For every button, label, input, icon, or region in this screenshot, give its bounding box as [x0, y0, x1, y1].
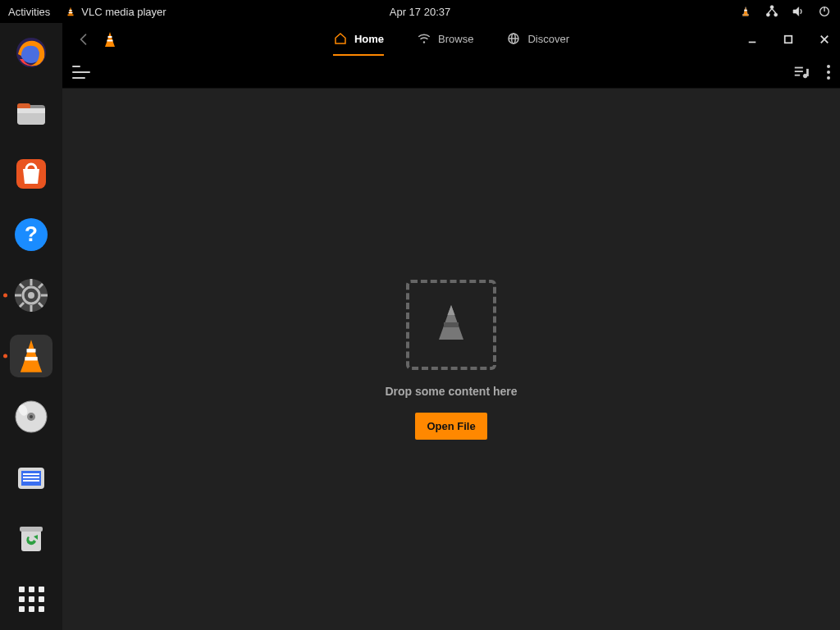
svg-marker-12: [793, 7, 799, 16]
svg-rect-6: [744, 10, 747, 11]
window-toolbar: [62, 56, 840, 89]
svg-point-34: [28, 292, 34, 299]
running-indicator-icon: [3, 294, 7, 298]
svg-rect-55: [107, 40, 113, 42]
home-icon: [333, 31, 348, 46]
svg-rect-61: [785, 36, 792, 43]
apps-grid-icon: [19, 587, 44, 612]
open-file-button[interactable]: Open File: [415, 413, 486, 440]
svg-rect-68: [806, 69, 808, 75]
svg-rect-38: [25, 357, 37, 360]
dock-software[interactable]: [10, 153, 52, 195]
tab-home[interactable]: Home: [333, 23, 384, 56]
svg-marker-70: [448, 305, 455, 315]
svg-rect-3: [69, 12, 73, 13]
svg-point-56: [423, 41, 425, 43]
dock-vlc[interactable]: [10, 335, 52, 377]
svg-marker-36: [21, 365, 42, 372]
vlc-cone-icon: [65, 6, 76, 17]
activities-button[interactable]: Activities: [8, 6, 50, 18]
dock-trash[interactable]: [10, 517, 52, 559]
svg-rect-2: [70, 10, 73, 11]
window-controls: [746, 34, 830, 45]
topbar-app-menu[interactable]: VLC media player: [65, 6, 166, 18]
dock-disk[interactable]: [10, 395, 52, 438]
dock: ?: [0, 23, 62, 630]
svg-rect-5: [743, 15, 749, 16]
svg-point-9: [774, 13, 778, 16]
svg-line-11: [772, 9, 776, 13]
wifi-icon: [417, 31, 431, 46]
tray-vlc-icon[interactable]: [738, 4, 753, 19]
svg-rect-20: [17, 108, 45, 113]
window-titlebar: Home Browse Discover: [62, 23, 840, 56]
close-button[interactable]: [819, 34, 830, 45]
svg-rect-71: [444, 322, 459, 327]
vlc-logo-icon: [102, 31, 118, 48]
back-button[interactable]: [72, 28, 95, 51]
tab-home-label: Home: [354, 33, 384, 45]
globe-icon: [506, 31, 521, 46]
dock-settings[interactable]: [10, 274, 52, 317]
show-applications-button[interactable]: [0, 587, 62, 612]
maximize-button[interactable]: [783, 34, 794, 45]
topbar-app-name: VLC media player: [81, 6, 166, 18]
svg-rect-37: [27, 349, 36, 352]
tab-discover[interactable]: Discover: [506, 23, 569, 56]
volume-icon[interactable]: [791, 4, 806, 19]
power-icon[interactable]: [817, 4, 832, 19]
svg-text:?: ?: [25, 221, 38, 246]
window-tabs: Home Browse Discover: [333, 23, 569, 56]
vlc-window: Home Browse Discover: [62, 23, 840, 630]
dock-files[interactable]: [10, 92, 52, 135]
dock-scanner[interactable]: [10, 456, 52, 499]
svg-line-10: [768, 9, 772, 13]
gnome-topbar: Activities VLC media player Apr 17 20:37: [0, 0, 840, 23]
playlist-icon[interactable]: [792, 63, 810, 81]
drop-label: Drop some content here: [385, 385, 517, 398]
svg-marker-35: [23, 340, 39, 365]
tab-discover-label: Discover: [527, 33, 569, 45]
svg-point-8: [766, 13, 769, 16]
minimize-button[interactable]: [746, 34, 758, 45]
svg-point-42: [30, 415, 33, 418]
svg-rect-50: [20, 527, 43, 532]
svg-point-7: [770, 6, 774, 9]
svg-rect-1: [68, 15, 74, 16]
running-indicator-icon: [3, 354, 7, 358]
dock-help[interactable]: ?: [10, 213, 52, 256]
tab-browse-label: Browse: [438, 33, 473, 45]
network-icon[interactable]: [765, 4, 779, 19]
more-options-button[interactable]: [827, 65, 830, 80]
content-drop-zone[interactable]: Drop some content here Open File: [62, 89, 840, 630]
drop-target-icon: [406, 280, 496, 370]
svg-rect-49: [21, 530, 41, 551]
menu-button[interactable]: [72, 62, 92, 82]
clock[interactable]: Apr 17 20:37: [390, 6, 450, 18]
dock-firefox[interactable]: [10, 31, 52, 74]
svg-rect-54: [108, 36, 112, 38]
svg-marker-53: [105, 43, 115, 47]
tab-browse[interactable]: Browse: [417, 23, 473, 56]
